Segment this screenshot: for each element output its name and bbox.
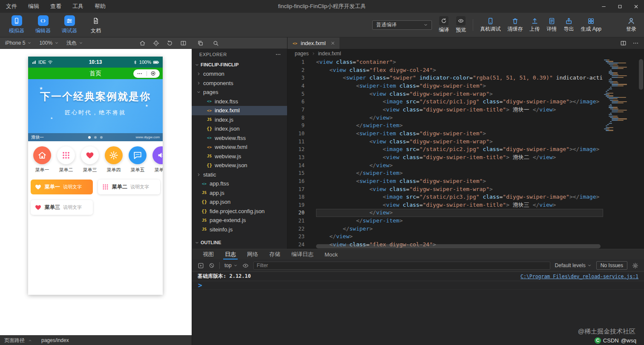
toolbar-button-upload[interactable]: 上传 <box>529 17 540 33</box>
tree-item-index.fxml[interactable]: <>index.fxml <box>192 106 287 115</box>
breadcrumb-item[interactable]: pages <box>295 51 309 57</box>
tree-item-fide.project.config.json[interactable]: {}fide.project.config.json <box>192 207 287 216</box>
menu-grid-item[interactable]: 菜单一 <box>30 146 54 173</box>
code-line[interactable]: <view class="flex diygw-col-24"> <box>316 66 603 74</box>
code-line[interactable]: </view> <box>316 114 603 122</box>
code-line[interactable]: <view class="diygw-swiper-item-wrap"> <box>316 90 603 98</box>
banner-dot[interactable] <box>88 136 91 139</box>
menubar-item[interactable]: 查看 <box>50 3 61 10</box>
code-line[interactable]: </swiper-item> <box>316 217 603 225</box>
tree-item-index.json[interactable]: {}index.json <box>192 124 287 134</box>
device-select[interactable]: iPhone 5 <box>5 40 32 46</box>
toolbar-button-phone[interactable]: 模拟器 <box>5 15 28 34</box>
breadcrumb-item[interactable]: index.fxml <box>318 51 341 57</box>
toolbar-button-doc[interactable]: 文档 <box>84 15 107 34</box>
banner-dots[interactable] <box>88 136 103 139</box>
swiper-banner[interactable]: ★ ★ ★ 下一个经典案例就是你 匠心时代，绝不将就 滑块一 www.diygw… <box>28 79 163 141</box>
context-select[interactable]: top <box>224 262 238 268</box>
menu-card[interactable]: 菜单一说明文字 <box>31 180 93 194</box>
console-settings-icon[interactable] <box>632 262 638 269</box>
close-tab-icon[interactable] <box>331 41 335 46</box>
tree-item-app.js[interactable]: JSapp.js <box>192 188 287 198</box>
code-line[interactable]: </view> <box>316 162 603 170</box>
horizontal-scrollbar-thumb[interactable] <box>316 244 601 248</box>
panel-tab[interactable]: 存储 <box>264 249 286 259</box>
theme-select[interactable]: 浅色 <box>66 40 83 47</box>
code-line[interactable]: </swiper-item> <box>316 122 603 130</box>
toolbar-button-code[interactable]: 编辑器 <box>32 15 55 34</box>
toolbar-button-device[interactable]: 真机调试 <box>480 17 500 33</box>
compile-mode-select[interactable]: 普通编译 <box>372 20 432 30</box>
editor-tab[interactable]: <>index.fxml <box>288 37 339 49</box>
window-close-button[interactable] <box>628 0 644 13</box>
console-prompt[interactable]: > <box>192 281 644 290</box>
code-line[interactable]: <swiper-item class="diygw-swiper-item"> <box>316 130 603 138</box>
code-line[interactable]: </swiper> <box>316 225 603 233</box>
code-line[interactable]: <view class="container"> <box>316 58 603 66</box>
toolbar-button-clean[interactable]: 清缓存 <box>507 17 523 33</box>
tree-item-pages[interactable]: pages <box>192 88 287 97</box>
capsule-close-icon[interactable] <box>147 71 160 76</box>
toolbar-button-app[interactable]: 生成 App <box>581 17 601 33</box>
resume-script-icon[interactable] <box>198 262 204 269</box>
clear-console-icon[interactable] <box>209 262 215 268</box>
toolbar-button-sliders[interactable]: 调试器 <box>58 15 81 34</box>
code-line[interactable]: <view class="diygw-swiper-item-wrap"> <box>316 138 603 146</box>
no-issues-button[interactable]: No Issues <box>596 261 627 270</box>
banner-dot[interactable] <box>100 136 103 139</box>
split-editor-icon[interactable] <box>620 40 627 46</box>
banner-dot[interactable] <box>94 136 97 139</box>
tree-item-webview.fxml[interactable]: <>webview.fxml <box>192 143 287 152</box>
menubar-item[interactable]: 文件 <box>6 3 17 10</box>
eye-icon[interactable] <box>242 262 249 269</box>
code-line[interactable]: <swiper class="swiper" indicator-color="… <box>316 74 603 82</box>
tree-item-siteinfo.js[interactable]: JSsiteinfo.js <box>192 225 287 234</box>
vertical-scrollbar[interactable] <box>638 58 644 249</box>
code-line[interactable]: <swiper-item class="diygw-swiper-item"> <box>316 82 603 90</box>
code-lines[interactable]: <view class="container"> <view class="fl… <box>316 58 603 249</box>
menubar-item[interactable]: 编辑 <box>28 3 39 10</box>
tree-item-webview.ftss[interactable]: <>webview.ftss <box>192 134 287 143</box>
menu-card[interactable]: 菜单三说明文字 <box>31 200 93 215</box>
tree-item-static[interactable]: static <box>192 170 287 180</box>
source-link[interactable]: C:\Program Files\dev_reload-service.js:1 <box>520 274 638 279</box>
tree-item-page-extend.js[interactable]: JSpage-extend.js <box>192 216 287 225</box>
code-line[interactable]: </view> <box>316 233 603 241</box>
rotate-icon[interactable] <box>167 40 173 46</box>
panel-tab[interactable]: 编译日志 <box>286 249 319 259</box>
code-line[interactable]: </swiper-item> <box>316 169 603 177</box>
code-line[interactable]: <view class="diygw-swiper-item-title"> 滑… <box>316 201 603 209</box>
tree-item-app.ftss[interactable]: <>app.ftss <box>192 179 287 188</box>
code-line[interactable]: <view class="diygw-swiper-item-title"> 滑… <box>316 154 603 162</box>
tree-item-components[interactable]: components <box>192 79 287 88</box>
tree-item-webview.json[interactable]: {}webview.json <box>192 161 287 170</box>
tree-item-webview.js[interactable]: JSwebview.js <box>192 152 287 161</box>
panel-tab[interactable]: 视图 <box>197 249 219 259</box>
code-line[interactable]: <view class="diygw-swiper-item-title"> 滑… <box>316 106 603 114</box>
more-actions-icon[interactable] <box>275 51 281 57</box>
menubar-item[interactable]: 工具 <box>72 3 83 10</box>
toolbar-button-eye[interactable]: 预览 <box>456 16 466 34</box>
columns-icon[interactable] <box>180 40 187 46</box>
panel-tab[interactable]: 日志 <box>219 249 242 259</box>
tree-item-index.ftss[interactable]: <>index.ftss <box>192 97 287 106</box>
menu-grid-item[interactable]: 菜单六 <box>150 146 163 173</box>
panel-tab[interactable]: Mock <box>319 249 343 259</box>
menu-grid-item[interactable]: 菜单三 <box>78 146 102 173</box>
tree-item-common[interactable]: common <box>192 69 287 79</box>
menu-card[interactable]: 菜单二说明文字 <box>98 180 160 194</box>
capsule-more-icon[interactable] <box>133 71 147 77</box>
more-actions-icon[interactable] <box>632 40 639 46</box>
menu-grid-item[interactable]: 菜单四 <box>102 146 126 173</box>
filter-input[interactable] <box>253 262 550 270</box>
login-button[interactable]: 登录 <box>626 17 636 33</box>
code-line[interactable]: <view class="diygw-swiper-item-wrap"> <box>316 185 603 194</box>
locate-icon[interactable] <box>153 40 159 46</box>
copy-icon[interactable] <box>197 40 204 46</box>
project-root[interactable]: FINCLIP-FINCLIP <box>192 60 287 69</box>
zoom-select[interactable]: 100% <box>39 40 59 46</box>
search-icon[interactable] <box>213 40 219 46</box>
scrollbar-thumb[interactable] <box>639 59 643 90</box>
window-maximize-button[interactable] <box>612 0 628 13</box>
caret-up-icon[interactable] <box>28 338 32 343</box>
